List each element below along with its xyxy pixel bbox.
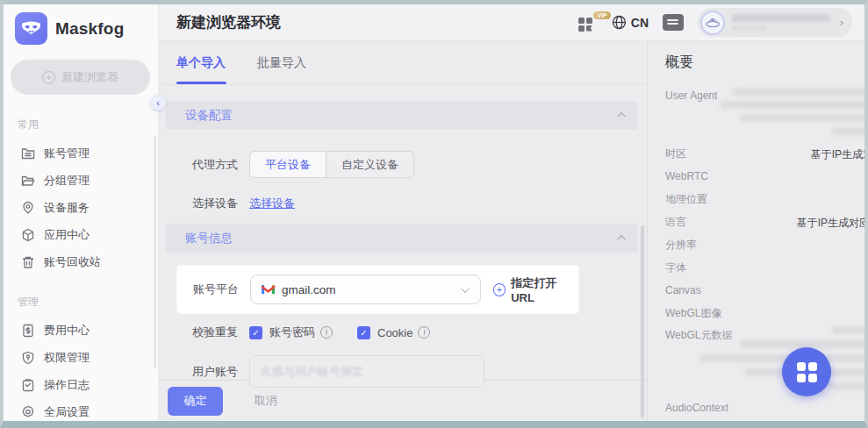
- summary-label: User Agent: [665, 89, 717, 102]
- tab-single-import[interactable]: 单个导入: [176, 41, 226, 84]
- map-pin-icon: [21, 201, 35, 215]
- tab-label: 批量导入: [257, 55, 306, 71]
- sidebar-item-label: 应用中心: [44, 227, 90, 243]
- gmail-icon: [262, 284, 275, 295]
- sidebar-item-device-service[interactable]: 设备服务: [4, 194, 158, 221]
- tab-batch-import[interactable]: 批量导入: [257, 41, 306, 84]
- proxy-method-row: 代理方式 平台设备 自定义设备: [166, 151, 638, 178]
- form-scrollbar[interactable]: [641, 225, 644, 418]
- vip-badge: VIP: [593, 11, 610, 19]
- sidebar-item-account-management[interactable]: 账号管理: [4, 139, 158, 167]
- field-label: 校验重复: [192, 325, 249, 340]
- summary-label: 语言: [665, 215, 686, 230]
- folder-open-icon: [21, 174, 35, 188]
- screenshot-frame: Maskfog + 新建浏览器 ‹ 常用 账号管理 分组管理 设备服务: [0, 0, 868, 428]
- sidebar-group-common: 常用: [18, 118, 158, 132]
- gear-icon: [21, 405, 35, 419]
- confirm-button[interactable]: 确定: [168, 387, 223, 416]
- segment-label: 平台设备: [265, 157, 311, 173]
- summary-row-geolocation: 地理位置: [665, 188, 864, 210]
- apps-vip-button[interactable]: VIP: [578, 15, 598, 31]
- sidebar-item-app-center[interactable]: 应用中心: [4, 221, 158, 248]
- form-content: 设备配置 代理方式 平台设备 自定义设备: [159, 85, 647, 380]
- user-account-menu[interactable]: ›: [698, 8, 852, 37]
- summary-label: AudioContext: [665, 402, 728, 414]
- sidebar-item-label: 操作日志: [44, 377, 90, 393]
- summary-value: 基于IP生成对应: [811, 147, 864, 162]
- section-title: 账号信息: [185, 231, 233, 246]
- chevron-up-icon: [617, 112, 626, 121]
- summary-row-timezone: 时区 基于IP生成对应: [665, 142, 864, 165]
- redacted-value: [699, 326, 864, 390]
- user-account-row: 用户账号 此值与用户账号绑定: [166, 355, 638, 388]
- shield-icon: [21, 351, 35, 365]
- clipboard-icon: [21, 378, 35, 392]
- tab-label: 单个导入: [176, 55, 226, 71]
- new-browser-button[interactable]: + 新建浏览器: [11, 60, 150, 95]
- summary-label: 字体: [665, 260, 686, 275]
- proxy-method-segmented: 平台设备 自定义设备: [249, 151, 414, 178]
- trash-icon: [21, 255, 35, 269]
- field-label: 选择设备: [192, 196, 249, 211]
- header-actions: VIP CN ›: [578, 8, 852, 37]
- new-browser-label: 新建浏览器: [61, 69, 118, 85]
- section-device-config[interactable]: 设备配置: [166, 101, 638, 130]
- language-switcher[interactable]: CN: [612, 15, 649, 30]
- new-env-form: 单个导入 批量导入 设备配置 代理方式: [159, 41, 647, 421]
- quick-apps-fab-button[interactable]: [782, 347, 831, 396]
- specify-open-url-button[interactable]: + 指定打开URL: [493, 275, 578, 304]
- summary-title: 概要: [665, 54, 864, 72]
- summary-row-webgl-image: WebGL图像: [665, 302, 864, 325]
- sidebar-item-label: 账号管理: [44, 146, 90, 161]
- open-url-label: 指定打开URL: [511, 275, 578, 304]
- summary-row-audiocontext: AudioContext: [665, 396, 864, 419]
- summary-row-webrtc: WebRTC: [665, 165, 864, 188]
- platform-selected-value: gmail.com: [282, 283, 456, 296]
- sidebar-collapse-button[interactable]: ‹: [150, 95, 166, 111]
- sidebar-item-account-recycle[interactable]: 账号回收站: [4, 248, 158, 275]
- sidebar-item-label: 全局设置: [44, 404, 90, 420]
- sidebar-item-operation-log[interactable]: 操作日志: [4, 371, 158, 398]
- plus-circle-icon: +: [493, 283, 506, 296]
- checkbox-checked-icon[interactable]: ✓: [357, 326, 370, 339]
- info-icon[interactable]: !: [320, 326, 333, 339]
- sidebar-item-global-settings[interactable]: 全局设置: [4, 398, 158, 421]
- chevron-up-icon: [617, 235, 626, 244]
- page-title: 新建浏览器环境: [176, 12, 281, 32]
- platform-select[interactable]: gmail.com: [250, 275, 481, 304]
- checkbox-account-password[interactable]: ✓ 账号密码 !: [249, 325, 333, 340]
- redacted-value: [721, 88, 864, 135]
- maskfog-logo-icon: [15, 12, 47, 45]
- summary-value: 基于IP生成对应的: [797, 216, 864, 231]
- select-device-link[interactable]: 选择设备: [249, 196, 295, 211]
- checkbox-label: Cookie: [377, 326, 412, 339]
- sidebar-scrollbar[interactable]: [154, 136, 156, 368]
- cancel-button[interactable]: 取消: [255, 393, 277, 409]
- grid-icon: [797, 362, 817, 382]
- sidebar-item-group-management[interactable]: 分组管理: [4, 167, 158, 194]
- chat-icon[interactable]: [663, 14, 684, 31]
- checkbox-label: 账号密码: [269, 325, 315, 340]
- language-label: CN: [631, 16, 649, 30]
- section-title: 设备配置: [185, 108, 233, 124]
- sidebar-item-permission-management[interactable]: 权限管理: [4, 344, 158, 371]
- info-icon[interactable]: !: [418, 326, 430, 339]
- proxy-option-platform[interactable]: 平台设备: [250, 152, 326, 177]
- summary-label: 时区: [665, 146, 686, 161]
- summary-row-resolution: 分辨率: [665, 233, 864, 256]
- summary-panel: 概要 User Agent 时区 基于IP生成对应 WebRTC: [647, 41, 864, 421]
- field-label: 用户账号: [192, 364, 249, 380]
- sidebar: Maskfog + 新建浏览器 ‹ 常用 账号管理 分组管理 设备服务: [4, 4, 159, 421]
- chevron-down-icon: [461, 284, 470, 293]
- checkbox-cookie[interactable]: ✓ Cookie !: [357, 326, 430, 339]
- body: 单个导入 批量导入 设备配置 代理方式: [159, 41, 864, 421]
- sidebar-item-cost-center[interactable]: 费用中心: [4, 317, 158, 344]
- summary-row-language: 语言 基于IP生成对应的: [665, 210, 864, 233]
- summary-row-canvas: Canvas: [665, 279, 864, 302]
- user-account-input[interactable]: 此值与用户账号绑定: [249, 355, 484, 388]
- main-area: 新建浏览器环境 VIP CN: [159, 4, 864, 421]
- proxy-option-custom[interactable]: 自定义设备: [326, 152, 413, 177]
- checkbox-checked-icon[interactable]: ✓: [249, 326, 262, 339]
- summary-label: WebGL图像: [665, 306, 721, 321]
- section-account-info[interactable]: 账号信息: [166, 224, 638, 253]
